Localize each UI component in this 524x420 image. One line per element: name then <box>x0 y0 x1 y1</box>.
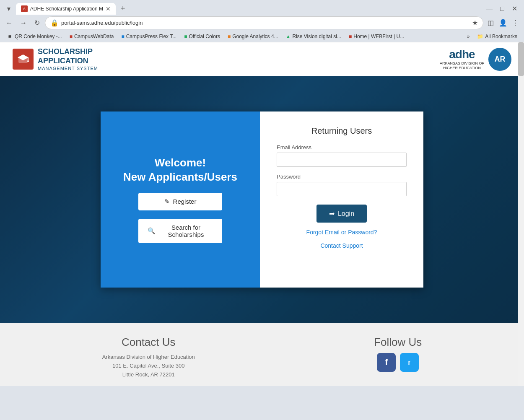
welcome-text: Welcome! New Applicants/Users <box>123 156 237 183</box>
forward-button[interactable]: → <box>18 18 29 29</box>
email-input[interactable] <box>277 153 407 167</box>
menu-button[interactable]: ⋮ <box>511 17 521 29</box>
bookmark-label-rv: Rise Vision digital si... <box>292 34 341 39</box>
bookmark-favicon-ga: ■ <box>228 34 231 39</box>
bookmark-campuswebdata[interactable]: ■ CampusWebData <box>66 33 117 40</box>
bookmark-label-cwd: CampusWebData <box>74 34 114 39</box>
bookmark-qr-code[interactable]: ◾ QR Code Monkey -... <box>3 33 65 40</box>
tab-list-button[interactable]: ▼ <box>3 4 14 14</box>
bookmark-star-button[interactable]: ★ <box>472 19 478 27</box>
minimize-button[interactable]: — <box>482 3 496 14</box>
lock-icon: 🔒 <box>50 19 59 27</box>
facebook-f: f <box>385 358 388 367</box>
bookmark-label-cp: CampusPress Flex T... <box>126 34 176 39</box>
tab-favicon-icon: A <box>23 7 26 11</box>
tab-bar-left: ▼ A ADHE Scholarship Application M ✕ + <box>3 3 128 15</box>
tab-title: ADHE Scholarship Application M <box>30 6 103 12</box>
logo-title-line1: SCHOLARSHIP <box>38 47 98 57</box>
logo-title-line2: APPLICATION <box>38 57 98 66</box>
extensions-button[interactable]: ◫ <box>486 17 495 29</box>
forgot-password-link[interactable]: Forgot Email or Password? <box>306 229 377 236</box>
register-button[interactable]: ✎ Register <box>138 193 222 210</box>
password-form-group: Password <box>277 174 407 196</box>
adhe-logo: adhe ARKANSAS DIVISION OFHIGHER EDUCATIO… <box>440 48 484 70</box>
facebook-icon[interactable]: f <box>377 353 396 372</box>
url-icons: ★ <box>472 19 478 27</box>
bookmark-campuspress[interactable]: ■ CampusPress Flex T... <box>118 33 180 40</box>
bookmark-label-ga: Google Analytics 4... <box>232 34 278 39</box>
contact-support-link[interactable]: Contact Support <box>320 242 363 249</box>
contact-address: Arkansas Division of Higher Education 10… <box>102 353 195 379</box>
all-bookmarks-label: All Bookmarks <box>485 34 517 39</box>
page-wrapper: SCHOLARSHIP APPLICATION MANAGEMENT SYSTE… <box>0 42 524 386</box>
all-bookmarks-link[interactable]: 📁 All Bookmarks <box>474 33 521 40</box>
pencil-icon: ✎ <box>164 198 170 205</box>
adhe-text: adhe <box>449 48 475 61</box>
address-bar: ← → ↻ 🔒 portal-sams.adhe.edu/public/logi… <box>0 15 524 31</box>
graduation-cap-icon <box>17 53 29 65</box>
follow-title: Follow Us <box>374 336 422 349</box>
bookmark-favicon-wf: ■ <box>349 34 352 39</box>
close-button[interactable]: ✕ <box>508 3 521 14</box>
hero-section: Welcome! New Applicants/Users ✎ Register… <box>0 76 524 323</box>
bookmark-rise-vision[interactable]: ▲ Rise Vision digital si... <box>283 33 345 40</box>
bookmark-label-oc: Official Colors <box>189 34 220 39</box>
register-label: Register <box>173 198 197 205</box>
email-label: Email Address <box>277 144 407 150</box>
search-scholarships-button[interactable]: 🔍 Search for Scholarships <box>138 219 222 243</box>
follow-us-section: Follow Us f 𝕣 <box>374 336 422 372</box>
contact-us-section: Contact Us Arkansas Division of Higher E… <box>102 336 195 379</box>
contact-line1: Arkansas Division of Higher Education <box>102 354 195 360</box>
search-icon: 🔍 <box>148 227 156 235</box>
maximize-button[interactable]: □ <box>497 3 508 14</box>
contact-line3: Little Rock, AR 72201 <box>122 371 175 378</box>
scrollbar-thumb[interactable] <box>518 42 524 76</box>
ar-seal: AR <box>488 48 511 71</box>
header-logos: adhe ARKANSAS DIVISION OFHIGHER EDUCATIO… <box>440 48 511 71</box>
password-input[interactable] <box>277 182 407 196</box>
active-tab[interactable]: A ADHE Scholarship Application M ✕ <box>16 3 116 15</box>
bookmark-google-analytics[interactable]: ■ Google Analytics 4... <box>224 33 282 40</box>
bookmark-official-colors[interactable]: ■ Official Colors <box>181 33 223 40</box>
scrollbar[interactable] <box>518 42 524 386</box>
page-content: SCHOLARSHIP APPLICATION MANAGEMENT SYSTE… <box>0 42 524 386</box>
bookmark-favicon-rv: ▲ <box>286 34 291 39</box>
login-button[interactable]: ➡ Login <box>316 205 367 223</box>
contact-line2: 101 E. Capitol Ave., Suite 300 <box>112 363 185 369</box>
forgot-link-row: Forgot Email or Password? <box>277 228 407 236</box>
reload-button[interactable]: ↻ <box>32 17 42 29</box>
logo-area: SCHOLARSHIP APPLICATION MANAGEMENT SYSTE… <box>13 47 98 70</box>
logo-text: SCHOLARSHIP APPLICATION MANAGEMENT SYSTE… <box>38 47 98 70</box>
contact-title: Contact Us <box>102 336 195 349</box>
new-tab-button[interactable]: + <box>117 3 129 15</box>
browser-actions: ◫ 👤 ⋮ <box>486 17 521 29</box>
tab-close-button[interactable]: ✕ <box>106 5 111 12</box>
support-link-row: Contact Support <box>277 242 407 249</box>
footer: Contact Us Arkansas Division of Higher E… <box>0 323 524 386</box>
svg-rect-2 <box>28 57 29 61</box>
svg-point-3 <box>27 60 29 62</box>
twitter-bird: 𝕣 <box>407 358 411 367</box>
profile-button[interactable]: 👤 <box>497 17 509 29</box>
bookmark-favicon-cp: ■ <box>121 34 124 39</box>
login-label: Login <box>338 210 354 218</box>
login-icon: ➡ <box>329 210 335 218</box>
login-button-container: ➡ Login <box>277 205 407 223</box>
social-icons: f 𝕣 <box>374 353 422 372</box>
card-right-panel: Returning Users Email Address Password ➡… <box>260 111 423 288</box>
bookmark-webfirst[interactable]: ■ Home | WEBFirst | U... <box>345 33 407 40</box>
back-button[interactable]: ← <box>3 18 15 29</box>
search-label: Search for Scholarships <box>159 224 213 238</box>
bookmark-favicon-cwd: ■ <box>70 34 73 39</box>
bookmarks-bar: ◾ QR Code Monkey -... ■ CampusWebData ■ … <box>0 31 524 42</box>
more-bookmarks-button[interactable]: » <box>464 32 472 41</box>
tab-bar: ▼ A ADHE Scholarship Application M ✕ + —… <box>0 0 524 15</box>
url-bar[interactable]: 🔒 portal-sams.adhe.edu/public/login ★ <box>45 16 483 29</box>
bookmarks-icon: 📁 <box>477 34 483 39</box>
bookmark-label-qr: QR Code Monkey -... <box>15 34 62 39</box>
tab-favicon: A <box>21 5 28 12</box>
browser-chrome: ▼ A ADHE Scholarship Application M ✕ + —… <box>0 0 524 42</box>
url-text: portal-sams.adhe.edu/public/login <box>61 20 470 26</box>
twitter-icon[interactable]: 𝕣 <box>400 353 419 372</box>
password-label: Password <box>277 174 407 180</box>
